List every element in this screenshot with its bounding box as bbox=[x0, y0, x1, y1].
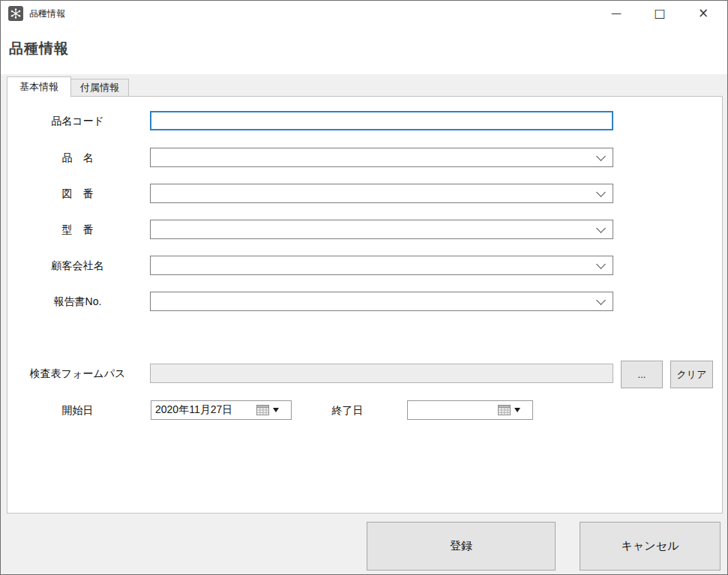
model-number-combobox[interactable] bbox=[150, 220, 613, 239]
dialog-window: 品種情報 — □ × 品種情報 基本情報 付属情報 品名コード 品 名 図 番 bbox=[0, 0, 728, 575]
browse-button[interactable]: ... bbox=[621, 361, 663, 388]
report-number-combobox[interactable] bbox=[150, 292, 613, 311]
inspection-form-path-field bbox=[150, 364, 613, 383]
report-number-label: 報告書No. bbox=[12, 295, 143, 309]
cancel-button-label: キャンセル bbox=[622, 539, 679, 553]
dropdown-triangle-icon[interactable] bbox=[273, 408, 279, 412]
page-title: 品種情報 bbox=[9, 39, 69, 58]
calendar-icon bbox=[256, 405, 269, 415]
minimize-button[interactable]: — bbox=[595, 1, 638, 25]
end-date-picker[interactable] bbox=[407, 400, 533, 420]
maximize-button[interactable]: □ bbox=[638, 1, 682, 25]
starburst-icon bbox=[10, 8, 21, 19]
dropdown-triangle-icon[interactable] bbox=[514, 408, 520, 412]
start-date-picker[interactable]: 2020年11月27日 bbox=[151, 400, 292, 420]
tab-attached-info-label: 付属情報 bbox=[80, 81, 119, 94]
calendar-icon bbox=[498, 405, 511, 415]
register-button-label: 登録 bbox=[450, 539, 472, 553]
minimize-icon: — bbox=[611, 7, 622, 19]
chevron-down-icon[interactable] bbox=[596, 187, 606, 197]
close-button[interactable]: × bbox=[682, 1, 725, 25]
start-date-value: 2020年11月27日 bbox=[155, 403, 256, 417]
inspection-form-path-label: 検査表フォームパス bbox=[12, 367, 143, 381]
window-title: 品種情報 bbox=[29, 7, 65, 20]
close-icon: × bbox=[698, 5, 709, 20]
end-date-label: 終了日 bbox=[316, 404, 379, 418]
browse-button-label: ... bbox=[638, 369, 646, 380]
clear-button-label: クリア bbox=[677, 368, 707, 382]
clear-button[interactable]: クリア bbox=[670, 361, 713, 388]
chevron-down-icon[interactable] bbox=[596, 295, 606, 305]
drawing-number-combobox[interactable] bbox=[150, 184, 613, 203]
item-code-input[interactable] bbox=[150, 111, 613, 130]
model-number-label: 型 番 bbox=[12, 223, 143, 237]
tab-attached-info[interactable]: 付属情報 bbox=[70, 79, 129, 96]
maximize-icon: □ bbox=[654, 6, 665, 20]
item-code-label: 品名コード bbox=[12, 115, 143, 128]
cancel-button[interactable]: キャンセル bbox=[580, 522, 721, 571]
start-date-label: 開始日 bbox=[12, 404, 143, 418]
app-starburst-icon bbox=[8, 6, 23, 21]
drawing-number-label: 図 番 bbox=[12, 187, 143, 201]
tab-basic-info-label: 基本情報 bbox=[19, 80, 58, 94]
item-name-label: 品 名 bbox=[12, 151, 143, 165]
chevron-down-icon[interactable] bbox=[596, 259, 606, 269]
chevron-down-icon[interactable] bbox=[596, 223, 606, 233]
title-bar: 品種情報 — □ × bbox=[1, 1, 727, 25]
window-controls: — □ × bbox=[595, 1, 725, 25]
item-name-combobox[interactable] bbox=[150, 148, 613, 167]
tab-basic-info[interactable]: 基本情報 bbox=[7, 76, 71, 97]
customer-company-label: 顧客会社名 bbox=[12, 259, 143, 273]
customer-company-combobox[interactable] bbox=[150, 256, 613, 275]
chevron-down-icon[interactable] bbox=[596, 151, 606, 161]
register-button[interactable]: 登録 bbox=[367, 522, 556, 571]
